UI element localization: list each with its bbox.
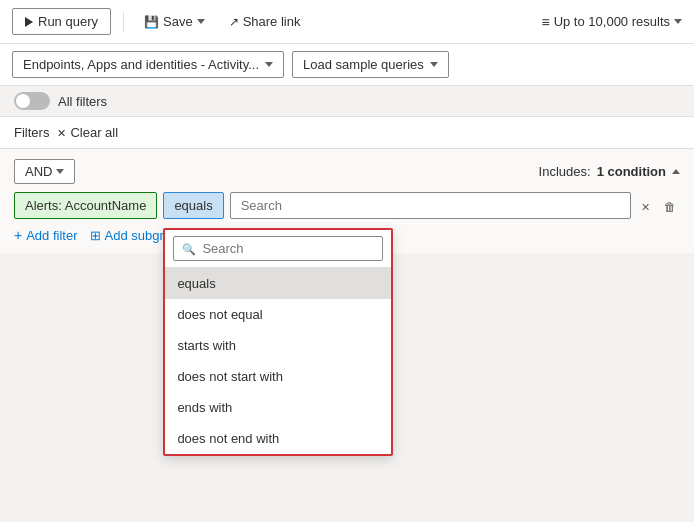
operator-item-does-not-start-with[interactable]: does not start with [165,361,391,392]
share-link-button[interactable]: Share link [221,9,309,34]
all-filters-row: All filters [0,86,694,117]
run-query-button[interactable]: Run query [12,8,111,35]
field-tag: Alerts: AccountName [14,192,157,219]
share-icon [229,14,239,29]
filters-label: Filters [14,125,49,140]
plus-icon [14,227,22,243]
results-info: Up to 10,000 results [541,14,682,30]
scope-dropdown[interactable]: Endpoints, Apps and identities - Activit… [12,51,284,78]
all-filters-label: All filters [58,94,107,109]
operator-search-box [165,230,391,268]
clear-all-button[interactable]: Clear all [57,125,118,140]
remove-condition-button[interactable] [637,194,654,218]
filter-bar: Endpoints, Apps and identities - Activit… [0,44,694,86]
save-chevron-icon [197,19,205,24]
condition-row: Alerts: AccountName equals equals [14,192,680,219]
field-label: Alerts: AccountName [25,198,146,213]
list-icon [541,14,549,30]
condition-group-header: AND Includes: 1 condition [14,159,680,184]
scope-chevron-icon [265,62,273,67]
main-content: AND Includes: 1 condition Alerts: Accoun… [0,149,694,253]
sample-label: Load sample queries [303,57,424,72]
add-filter-label: Add filter [26,228,77,243]
operator-dropdown: equals does not equal starts with does n… [163,228,393,456]
run-query-label: Run query [38,14,98,29]
search-icon [182,241,196,256]
operator-dropdown-list: equals does not equal starts with does n… [165,268,391,454]
search-box-inner [173,236,383,261]
subgroup-icon [90,228,101,243]
value-input[interactable] [230,192,631,219]
sample-queries-dropdown[interactable]: Load sample queries [292,51,449,78]
operator-search-input[interactable] [202,241,374,256]
includes-info: Includes: 1 condition [539,164,680,179]
add-filter-button[interactable]: Add filter [14,227,78,243]
collapse-icon[interactable] [672,169,680,174]
operator-item-ends-with[interactable]: ends with [165,392,391,423]
results-chevron-icon [674,19,682,24]
includes-label: Includes: [539,164,591,179]
sample-chevron-icon [430,62,438,67]
operator-item-does-not-equal[interactable]: does not equal [165,299,391,330]
delete-condition-button[interactable] [660,194,680,218]
filters-section: Filters Clear all [0,117,694,149]
save-button[interactable]: Save [136,9,213,34]
clear-all-label: Clear all [70,125,118,140]
operator-item-equals[interactable]: equals [165,268,391,299]
and-label: AND [25,164,52,179]
and-chevron-icon [56,169,64,174]
operator-item-does-not-end-with[interactable]: does not end with [165,423,391,454]
toolbar: Run query Save Share link Up to 10,000 r… [0,0,694,44]
clear-all-x-icon [57,125,66,140]
save-icon [144,14,159,29]
play-icon [25,17,33,27]
share-label: Share link [243,14,301,29]
results-label: Up to 10,000 results [554,14,670,29]
operator-button[interactable]: equals [163,192,223,219]
condition-count: 1 condition [597,164,666,179]
save-label: Save [163,14,193,29]
operator-item-starts-with[interactable]: starts with [165,330,391,361]
remove-x-icon [641,198,650,214]
trash-icon [664,198,676,214]
operator-wrapper: equals equals does not equal starts with… [163,192,223,219]
operator-label: equals [174,198,212,213]
all-filters-toggle[interactable] [14,92,50,110]
toolbar-separator-1 [123,12,124,32]
and-operator-button[interactable]: AND [14,159,75,184]
scope-label: Endpoints, Apps and identities - Activit… [23,57,259,72]
